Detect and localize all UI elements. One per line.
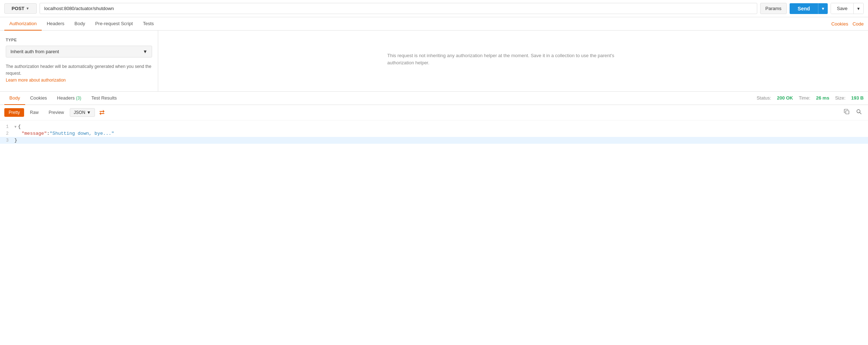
json-colon: : (47, 131, 50, 136)
auth-info-text: This request is not inheriting any autho… (387, 52, 639, 66)
save-group: Save ▼ (831, 3, 864, 14)
line-number-1: 1 (0, 124, 14, 129)
method-label: POST (12, 6, 24, 11)
wrap-icon[interactable]: ⇄ (99, 109, 105, 116)
tab-authorization[interactable]: Authorization (4, 17, 42, 31)
raw-button[interactable]: Raw (26, 108, 43, 117)
params-button[interactable]: Params (760, 3, 787, 14)
json-open-brace: { (18, 124, 21, 129)
size-value: 193 B (851, 95, 864, 101)
body-icons-right (842, 108, 864, 117)
send-button[interactable]: Send (790, 3, 818, 14)
save-dropdown-button[interactable]: ▼ (853, 3, 863, 14)
format-chevron-icon: ▼ (87, 110, 91, 115)
code-link[interactable]: Code (853, 21, 864, 27)
auth-section: TYPE Inherit auth from parent ▼ The auth… (0, 31, 868, 92)
tab-headers[interactable]: Headers (42, 17, 69, 31)
cookies-link[interactable]: Cookies (831, 21, 848, 27)
tab-prerequest-script[interactable]: Pre-request Script (90, 17, 138, 31)
json-line-3: 3 } (0, 137, 868, 144)
preview-button[interactable]: Preview (44, 108, 68, 117)
method-chevron-icon: ▼ (26, 6, 29, 10)
request-tabs: Authorization Headers Body Pre-request S… (0, 17, 868, 31)
line-number-2: 2 (0, 131, 14, 136)
json-line-1: 1 ▼ { (0, 123, 868, 130)
top-bar: POST ▼ Params Send ▼ Save ▼ (0, 0, 868, 17)
svg-rect-0 (846, 111, 849, 114)
format-select[interactable]: JSON ▼ (70, 108, 95, 117)
tab-body[interactable]: Body (69, 17, 90, 31)
json-close-brace: } (14, 138, 17, 143)
auth-description-text: The authorization header will be automat… (6, 64, 151, 76)
response-tabs-bar: Body Cookies Headers (3) Test Results St… (0, 92, 868, 105)
json-value-message: "Shutting down, bye..." (50, 131, 114, 136)
json-display: 1 ▼ { 2 "message" : "Shutting down, bye.… (0, 120, 868, 192)
copy-button[interactable] (842, 108, 851, 117)
json-line-2: 2 "message" : "Shutting down, bye..." (0, 130, 868, 137)
response-tab-body[interactable]: Body (4, 92, 25, 105)
response-meta: Status: 200 OK Time: 26 ms Size: 193 B (757, 95, 864, 101)
format-value: JSON (74, 110, 85, 115)
collapse-toggle[interactable]: ▼ (14, 125, 17, 129)
response-tab-headers[interactable]: Headers (3) (52, 92, 86, 105)
tab-tests[interactable]: Tests (138, 17, 159, 31)
auth-left-panel: TYPE Inherit auth from parent ▼ The auth… (0, 31, 158, 91)
tab-right-links: Cookies Code (831, 21, 864, 27)
response-tab-cookies[interactable]: Cookies (25, 92, 52, 105)
time-label: Time: (799, 95, 810, 101)
headers-count-badge: (3) (76, 96, 81, 101)
svg-line-2 (860, 112, 861, 114)
search-button[interactable] (854, 108, 864, 117)
url-input[interactable] (40, 3, 757, 14)
status-label: Status: (757, 95, 771, 101)
auth-type-select[interactable]: Inherit auth from parent ▼ (6, 46, 152, 58)
type-label: TYPE (6, 38, 152, 42)
response-tab-test-results[interactable]: Test Results (86, 92, 122, 105)
pretty-button[interactable]: Pretty (4, 108, 24, 117)
auth-select-chevron-icon: ▼ (143, 49, 147, 54)
body-controls: Pretty Raw Preview JSON ▼ ⇄ (0, 105, 868, 120)
line-number-3: 3 (0, 138, 14, 143)
send-group: Send ▼ (790, 3, 828, 14)
status-value: 200 OK (777, 95, 793, 101)
auth-description: The authorization header will be automat… (6, 63, 152, 84)
send-dropdown-button[interactable]: ▼ (818, 3, 828, 14)
json-key-message: "message" (22, 131, 47, 136)
learn-more-link[interactable]: Learn more about authorization (6, 78, 66, 83)
save-button[interactable]: Save (831, 3, 853, 14)
time-value: 26 ms (816, 95, 830, 101)
size-label: Size: (835, 95, 845, 101)
method-dropdown[interactable]: POST ▼ (4, 3, 37, 14)
auth-select-value: Inherit auth from parent (10, 49, 59, 54)
auth-right-panel: This request is not inheriting any autho… (158, 31, 868, 91)
